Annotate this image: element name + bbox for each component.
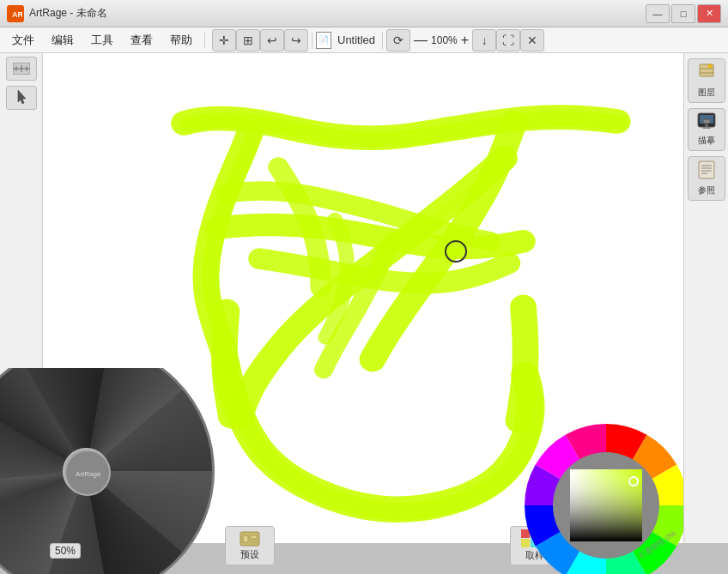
svg-text:ArtRage: ArtRage [76,470,101,478]
app-title: ArtRage - 未命名 [29,6,107,21]
preset-btn[interactable]: 预设 [225,526,275,565]
trace-btn[interactable]: 描摹 [688,108,725,151]
redo-btn[interactable]: ↪ [284,29,308,51]
preset-icon [240,531,260,548]
preset-label: 预设 [240,548,259,561]
trace-icon [697,112,716,134]
layers-icon [697,63,716,86]
svg-text:AR: AR [12,10,22,19]
grid-btn[interactable]: ⊞ [236,29,260,51]
tools-wheel[interactable]: ArtRage [0,368,215,574]
layers-btn[interactable]: 图层 [688,58,725,103]
doc-title: Untitled [337,33,375,46]
toolbar-close-btn[interactable]: ✕ [520,29,544,51]
svg-rect-22 [699,161,714,178]
menu-help[interactable]: 帮助 [161,29,201,51]
zoom-level: 100% [431,34,458,46]
menu-view[interactable]: 查看 [122,29,161,51]
menu-separator [204,33,205,48]
layers-label: 图层 [698,87,715,99]
titlebar: AR ArtRage - 未命名 — □ ✕ [0,0,728,27]
move-tool-btn[interactable]: ✛ [212,29,236,51]
menubar: 文件 编辑 工具 查看 帮助 ✛ ⊞ ↩ ↪ 📄 Untitled ⟳ — 10… [0,27,728,53]
right-panel: 图层 描摹 [683,53,728,543]
download-btn[interactable]: ↓ [472,29,496,51]
minimize-button[interactable]: — [646,4,670,23]
sampler-btn[interactable]: 取样 [510,526,560,565]
svg-rect-20 [705,124,708,127]
menu-file[interactable]: 文件 [3,29,43,51]
svg-rect-19 [703,119,710,124]
tools-wheel-center: ArtRage [63,448,110,495]
sampler-label: 取样 [525,549,544,562]
app-icon: AR [7,5,24,22]
zoom-plus[interactable]: + [458,33,472,48]
close-button[interactable]: ✕ [697,4,721,23]
reference-icon [697,160,716,184]
window-controls: — □ ✕ [646,4,721,23]
reference-label: 参照 [698,184,715,196]
doc-icon: 📄 [316,32,331,49]
maximize-button[interactable]: □ [671,4,695,23]
menu-edit[interactable]: 编辑 [43,29,82,51]
reference-btn[interactable]: 参照 [688,156,725,201]
svg-rect-21 [702,127,711,129]
pointer-tool[interactable] [6,86,37,110]
menu-tools[interactable]: 工具 [82,29,122,51]
trace-label: 描摹 [698,135,715,147]
zoom-minus[interactable]: — [410,33,431,48]
undo-btn[interactable]: ↩ [260,29,284,51]
sampler-grid [521,529,549,547]
toolbar-divider-1 [312,32,312,49]
rotate-canvas-btn[interactable]: ⟳ [386,29,410,51]
toolbar-divider-2 [382,32,383,49]
fullscreen-btn[interactable]: ⛶ [496,29,520,51]
ruler-toggle[interactable] [6,57,37,81]
